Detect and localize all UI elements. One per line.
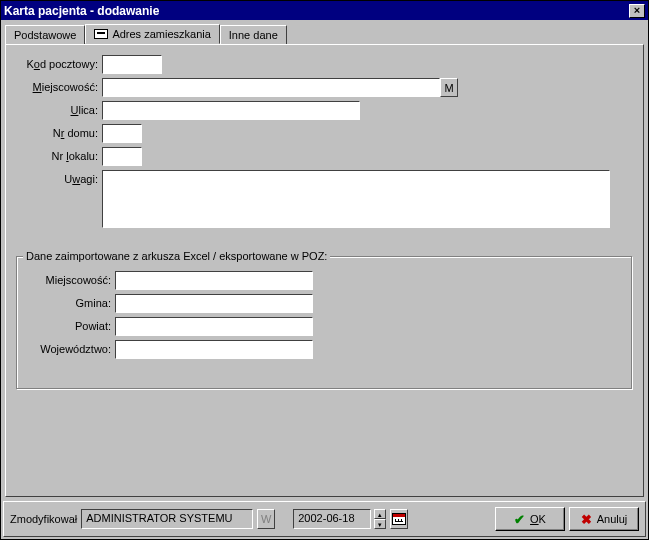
postal-code-label: Kod pocztowy:: [16, 55, 102, 70]
patient-card-window: Karta pacjenta - dodawanie × Podstawowe …: [0, 0, 649, 540]
date-spin-up[interactable]: ▴: [374, 509, 386, 519]
modified-by-field: ADMINISTRATOR SYSTEMU: [81, 509, 253, 529]
ok-button[interactable]: ✔ OK: [495, 507, 565, 531]
city-input[interactable]: [102, 78, 440, 97]
tab-panel-address: Kod pocztowy: Miejscowość: M Ulica:: [5, 44, 644, 497]
street-label: Ulica:: [16, 101, 102, 116]
import-city-field: [115, 271, 313, 290]
city-label: Miejscowość:: [16, 78, 102, 93]
city-lookup-button[interactable]: M: [440, 78, 458, 97]
import-powiat-field: [115, 317, 313, 336]
cancel-button[interactable]: ✖ Anuluj: [569, 507, 639, 531]
statusbar: Zmodyfikował ADMINISTRATOR SYSTEMU W 200…: [3, 501, 646, 537]
modified-by-label: Zmodyfikował: [10, 513, 77, 525]
import-gmina-field: [115, 294, 313, 313]
import-wojewodztwo-label: Województwo:: [25, 340, 115, 355]
import-city-label: Miejscowość:: [25, 271, 115, 286]
remarks-textarea[interactable]: [102, 170, 610, 228]
tab-basic-label: Podstawowe: [14, 29, 76, 41]
cross-icon: ✖: [581, 512, 592, 527]
tabstrip: Podstawowe Adres zamieszkania Inne dane: [5, 24, 646, 44]
import-powiat-label: Powiat:: [25, 317, 115, 332]
tab-basic[interactable]: Podstawowe: [5, 25, 85, 44]
calendar-button[interactable]: [390, 509, 408, 529]
house-number-label: Nr domu:: [16, 124, 102, 139]
import-gmina-label: Gmina:: [25, 294, 115, 309]
postal-code-input[interactable]: [102, 55, 162, 74]
calendar-icon: [392, 513, 406, 525]
apartment-number-input[interactable]: [102, 147, 142, 166]
close-button[interactable]: ×: [629, 4, 645, 18]
window-title: Karta pacjenta - dodawanie: [4, 4, 629, 18]
house-number-input[interactable]: [102, 124, 142, 143]
modified-date-field: 2002-06-18: [293, 509, 371, 529]
date-spinner[interactable]: ▴ ▾: [374, 509, 386, 529]
imported-data-title: Dane zaimportowane z arkusza Excel / eks…: [23, 250, 330, 262]
tab-address-label: Adres zamieszkania: [112, 28, 210, 40]
w-button[interactable]: W: [257, 509, 275, 529]
address-card-icon: [94, 29, 108, 39]
remarks-label: Uwagi:: [16, 170, 102, 185]
client-area: Podstawowe Adres zamieszkania Inne dane …: [1, 20, 648, 499]
tab-address[interactable]: Adres zamieszkania: [85, 24, 219, 44]
import-wojewodztwo-field: [115, 340, 313, 359]
imported-data-group: Dane zaimportowane z arkusza Excel / eks…: [16, 256, 633, 390]
check-icon: ✔: [514, 512, 525, 527]
tab-other-label: Inne dane: [229, 29, 278, 41]
apartment-number-label: Nr lokalu:: [16, 147, 102, 162]
tab-other[interactable]: Inne dane: [220, 25, 287, 44]
date-spin-down[interactable]: ▾: [374, 519, 386, 529]
street-input[interactable]: [102, 101, 360, 120]
titlebar: Karta pacjenta - dodawanie ×: [1, 1, 648, 20]
